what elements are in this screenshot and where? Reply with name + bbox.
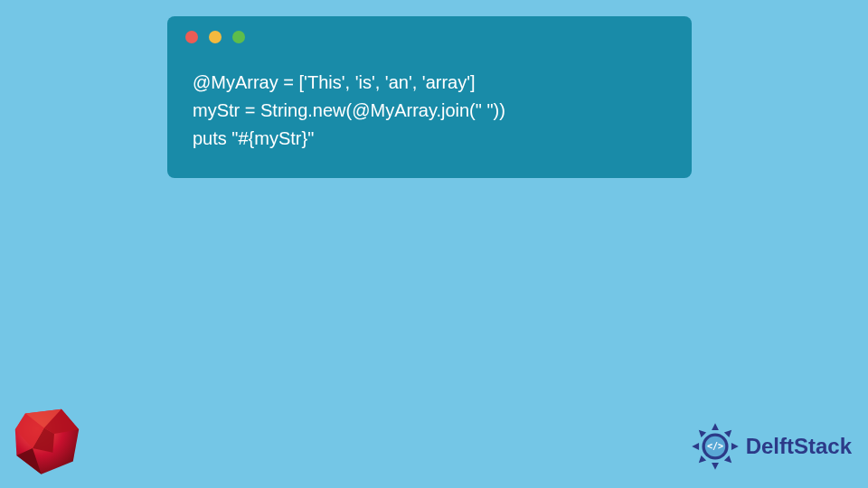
svg-marker-7 — [724, 427, 734, 437]
svg-marker-9 — [724, 455, 734, 465]
code-line: myStr = String.new(@MyArray.join(" ")) — [193, 100, 505, 120]
svg-marker-10 — [712, 463, 719, 470]
svg-marker-12 — [692, 443, 699, 450]
svg-marker-8 — [731, 443, 739, 450]
code-window: @MyArray = ['This', 'is', 'an', 'array']… — [167, 16, 692, 178]
svg-marker-6 — [712, 423, 719, 430]
svg-marker-13 — [696, 427, 706, 437]
ruby-logo-icon — [11, 405, 83, 477]
svg-marker-11 — [696, 455, 706, 465]
code-line: puts "#{myStr}" — [193, 128, 314, 148]
delftstack-badge-icon: </> — [690, 421, 741, 472]
maximize-icon — [232, 31, 245, 43]
close-icon — [185, 31, 198, 43]
minimize-icon — [209, 31, 222, 43]
code-line: @MyArray = ['This', 'is', 'an', 'array'] — [193, 72, 476, 92]
code-block: @MyArray = ['This', 'is', 'an', 'array']… — [167, 52, 692, 153]
delftstack-logo: </> DelftStack — [690, 421, 852, 472]
window-traffic-lights — [167, 16, 692, 52]
svg-text:</>: </> — [707, 441, 723, 451]
delftstack-name: DelftStack — [746, 434, 852, 459]
